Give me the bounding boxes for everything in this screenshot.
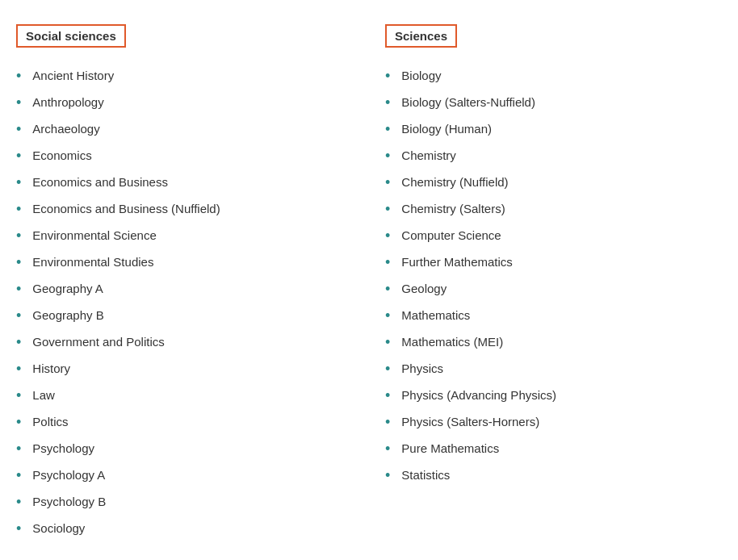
list-item: •Environmental Studies (16, 249, 353, 275)
list-item: •Physics (Salters-Horners) (385, 408, 722, 435)
list-item: •Psychology (16, 435, 353, 462)
list-item: •Ancient History (16, 62, 353, 89)
sciences-header: Sciences (385, 24, 457, 48)
bullet-icon: • (16, 335, 21, 349)
item-label: Psychology A (32, 466, 105, 483)
item-label: Psychology (32, 440, 94, 457)
item-label: Mathematics (401, 307, 470, 324)
list-item: •Environmental Science (16, 222, 353, 249)
bullet-icon: • (16, 69, 21, 83)
item-label: Law (32, 387, 55, 403)
item-label: Physics (401, 360, 443, 377)
list-item: •Geography B (16, 302, 353, 328)
list-item: •Sociology (16, 515, 353, 541)
list-item: •Biology (385, 62, 722, 89)
item-label: Anthropology (32, 94, 103, 111)
item-label: Statistics (401, 466, 450, 483)
list-item: •Mathematics (MEI) (385, 328, 722, 355)
list-item: •Anthropology (16, 89, 353, 115)
social-sciences-header: Social sciences (16, 24, 126, 48)
bullet-icon: • (16, 228, 21, 243)
bullet-icon: • (385, 202, 390, 216)
list-item: •Chemistry (Nuffield) (385, 169, 722, 195)
bullet-icon: • (16, 175, 21, 190)
bullet-icon: • (385, 228, 390, 243)
item-label: Geography A (32, 280, 103, 297)
item-label: Government and Politics (32, 333, 164, 350)
social-sciences-list: •Ancient History•Anthropology•Archaeolog… (16, 62, 353, 541)
item-label: Poltics (32, 413, 68, 430)
list-item: •Economics (16, 142, 353, 169)
list-item: •Archaeology (16, 115, 353, 142)
bullet-icon: • (16, 468, 21, 483)
item-label: Environmental Science (32, 227, 156, 244)
bullet-icon: • (16, 495, 21, 509)
list-item: •Psychology B (16, 488, 353, 515)
bullet-icon: • (385, 282, 390, 296)
list-item: •Psychology A (16, 462, 353, 488)
bullet-icon: • (16, 148, 21, 163)
bullet-icon: • (385, 255, 390, 270)
bullet-icon: • (16, 361, 21, 376)
bullet-icon: • (16, 282, 21, 296)
bullet-icon: • (16, 388, 21, 403)
list-item: •Physics (Advancing Physics) (385, 382, 722, 408)
list-item: •Geology (385, 275, 722, 302)
sciences-column: Sciences •Biology•Biology (Salters-Nuffi… (385, 24, 722, 541)
item-label: Economics and Business (Nuffield) (32, 200, 220, 217)
sciences-list: •Biology•Biology (Salters-Nuffield)•Biol… (385, 62, 722, 488)
list-item: •Mathematics (385, 302, 722, 328)
item-label: Chemistry (401, 147, 456, 164)
bullet-icon: • (385, 148, 390, 163)
list-item: •Biology (Human) (385, 115, 722, 142)
item-label: Biology (Salters-Nuffield) (401, 94, 535, 111)
item-label: Computer Science (401, 227, 501, 244)
bullet-icon: • (385, 388, 390, 403)
bullet-icon: • (16, 308, 21, 323)
item-label: Economics (32, 147, 91, 164)
item-label: Further Mathematics (401, 253, 513, 270)
list-item: •Economics and Business (16, 169, 353, 195)
list-item: •Geography A (16, 275, 353, 302)
columns-wrapper: Social sciences •Ancient History•Anthrop… (16, 24, 722, 541)
item-label: Geography B (32, 307, 103, 324)
bullet-icon: • (16, 521, 21, 536)
bullet-icon: • (385, 441, 390, 456)
list-item: •Chemistry (385, 142, 722, 169)
item-label: History (32, 360, 70, 377)
list-item: •Chemistry (Salters) (385, 195, 722, 222)
item-label: Chemistry (Nuffield) (401, 173, 508, 190)
item-label: Ancient History (32, 67, 114, 84)
bullet-icon: • (385, 95, 390, 110)
bullet-icon: • (385, 468, 390, 483)
item-label: Sociology (32, 520, 85, 537)
social-sciences-column: Social sciences •Ancient History•Anthrop… (16, 24, 353, 541)
list-item: •Further Mathematics (385, 249, 722, 275)
item-label: Psychology B (32, 493, 106, 510)
bullet-icon: • (385, 415, 390, 429)
bullet-icon: • (16, 255, 21, 270)
bullet-icon: • (16, 441, 21, 456)
list-item: •Pure Mathematics (385, 435, 722, 462)
item-label: Archaeology (32, 120, 99, 137)
bullet-icon: • (385, 361, 390, 376)
list-item: •Economics and Business (Nuffield) (16, 195, 353, 222)
item-label: Physics (Salters-Horners) (401, 413, 539, 430)
list-item: •Biology (Salters-Nuffield) (385, 89, 722, 115)
item-label: Geology (401, 280, 447, 297)
list-item: •Computer Science (385, 222, 722, 249)
item-label: Chemistry (Salters) (401, 200, 505, 217)
bullet-icon: • (385, 122, 390, 136)
list-item: •History (16, 355, 353, 382)
list-item: •Physics (385, 355, 722, 382)
bullet-icon: • (385, 175, 390, 190)
list-item: •Statistics (385, 462, 722, 488)
bullet-icon: • (16, 95, 21, 110)
item-label: Environmental Studies (32, 253, 153, 270)
bullet-icon: • (385, 69, 390, 83)
list-item: •Government and Politics (16, 328, 353, 355)
list-item: •Poltics (16, 408, 353, 435)
bullet-icon: • (16, 202, 21, 216)
bullet-icon: • (385, 308, 390, 323)
bullet-icon: • (16, 415, 21, 429)
